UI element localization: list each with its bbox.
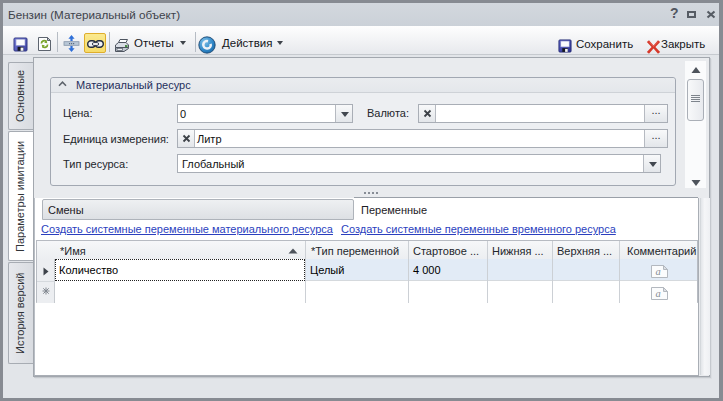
svg-text:a: a	[656, 266, 661, 277]
svg-text:a: a	[656, 288, 661, 299]
